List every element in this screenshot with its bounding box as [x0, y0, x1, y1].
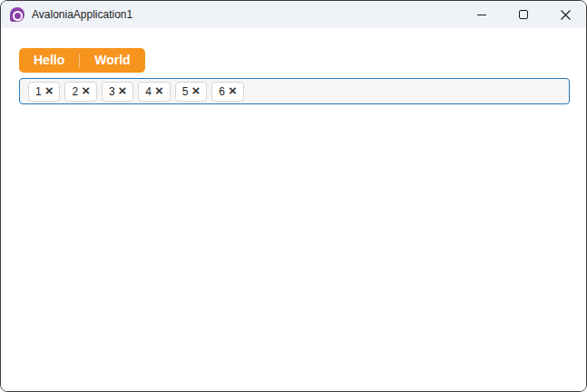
chip-label: 3 — [109, 85, 115, 98]
chip: 4 × — [138, 82, 170, 102]
chip-label: 6 — [219, 85, 225, 98]
chip-label: 2 — [72, 85, 78, 98]
minimize-icon — [477, 10, 486, 19]
chip: 6 × — [211, 82, 243, 102]
chip: 1 × — [28, 82, 60, 102]
chip: 5 × — [175, 82, 207, 102]
chip-label: 1 — [35, 85, 42, 98]
close-icon — [561, 10, 571, 20]
avalonia-logo-icon — [10, 7, 24, 22]
maximize-icon — [519, 10, 528, 19]
app-window: AvaloniaApplication1 Hello W — [0, 0, 587, 392]
hello-world-split-button: Hello World — [19, 48, 145, 73]
chip-remove-button[interactable]: × — [119, 83, 127, 97]
maximize-button[interactable] — [503, 1, 544, 28]
minimize-button[interactable] — [461, 1, 503, 28]
chip-label: 4 — [145, 85, 152, 98]
chip-remove-button[interactable]: × — [82, 83, 90, 97]
chip-remove-button[interactable]: × — [192, 83, 201, 97]
window-controls — [461, 1, 586, 28]
window-title: AvaloniaApplication1 — [32, 1, 132, 28]
window-content: Hello World 1 × 2 × 3 × — [1, 28, 586, 391]
world-button[interactable]: World — [80, 48, 144, 73]
chip-remove-button[interactable]: × — [155, 83, 163, 97]
window-titlebar[interactable]: AvaloniaApplication1 — [1, 1, 586, 28]
chip-remove-button[interactable]: × — [229, 83, 237, 97]
chip-label: 5 — [182, 85, 189, 98]
hello-button[interactable]: Hello — [19, 48, 79, 73]
chip: 3 × — [102, 82, 133, 102]
tag-input[interactable]: 1 × 2 × 3 × 4 × 5 — [19, 78, 570, 104]
close-button[interactable] — [544, 1, 586, 28]
chip: 2 × — [64, 82, 96, 102]
chip-remove-button[interactable]: × — [45, 83, 54, 97]
